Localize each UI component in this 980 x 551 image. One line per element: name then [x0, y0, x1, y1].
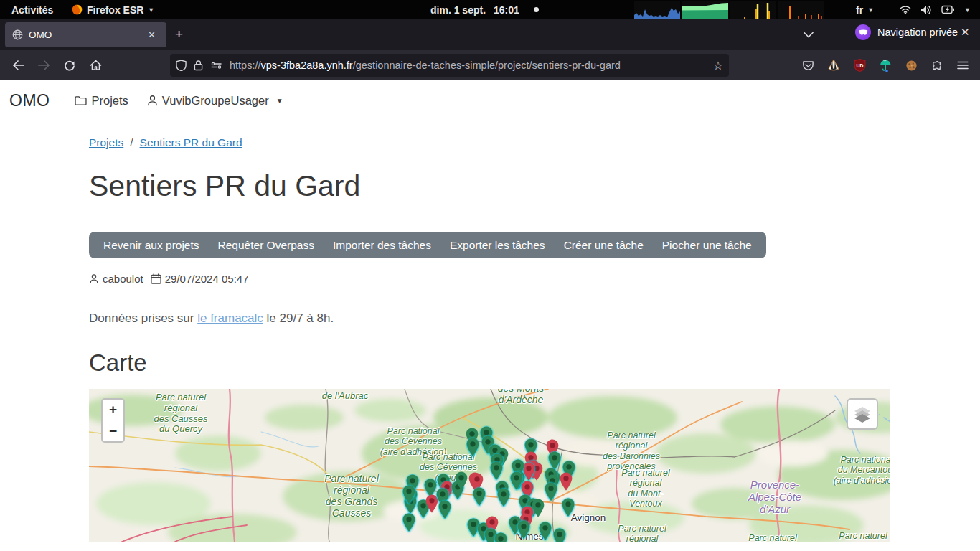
- project-meta: caboulot 29/07/2024 05:47: [89, 273, 890, 285]
- user-menu-caret-icon: ▼: [276, 97, 283, 105]
- home-button[interactable]: [84, 54, 107, 77]
- extensions-puzzle-icon[interactable]: [925, 54, 948, 77]
- web-page: OMO Projets VuvibGroupeUsager ▼ Projets/…: [0, 80, 980, 551]
- privacy-badger-icon[interactable]: [822, 54, 845, 77]
- keyboard-layout-button[interactable]: fr ▼: [856, 0, 874, 19]
- breadcrumb-current-link[interactable]: Sentiers PR du Gard: [140, 136, 242, 149]
- park-label: Parc naturelrégionaldes GrandsCausses: [324, 474, 378, 519]
- tab-title: OMO: [29, 29, 144, 40]
- map-marker-green[interactable]: [438, 500, 452, 519]
- system-menu-caret-icon: ▼: [964, 6, 971, 14]
- zoom-in-button[interactable]: +: [103, 400, 123, 420]
- park-label: Parc nationaldu Mercantour(aire d'adhési…: [834, 455, 890, 486]
- map-zoom-control: + −: [101, 398, 125, 443]
- chevron-down-icon: [804, 32, 814, 38]
- url-text[interactable]: https://vps-3fba2a8a.ynh.fr/gestionnaire…: [230, 60, 707, 71]
- map-marker-red[interactable]: [560, 472, 573, 491]
- map-marker-green[interactable]: [473, 487, 486, 507]
- clock-button[interactable]: dim. 1 sept. 16:01: [430, 0, 539, 19]
- window-close-button[interactable]: ✕: [961, 26, 970, 39]
- menu-hamburger-icon[interactable]: [951, 54, 974, 77]
- map-marker-green[interactable]: [553, 528, 567, 542]
- clock-date: dim. 1 sept.: [430, 4, 486, 16]
- notification-dot: [534, 7, 539, 12]
- map-marker-green[interactable]: [545, 482, 558, 501]
- site-navbar: OMO Projets VuvibGroupeUsager ▼: [0, 80, 980, 121]
- ublock-ud-shield-icon[interactable]: UD: [848, 54, 871, 77]
- map-marker-green[interactable]: [497, 488, 511, 507]
- gnome-top-bar: Activités Firefox ESR ▼ dim. 1 sept. 16:…: [0, 0, 980, 19]
- clock-time: 16:01: [494, 4, 519, 16]
- url-scheme: https://: [230, 60, 261, 71]
- map-marker-green[interactable]: [455, 471, 468, 491]
- park-label: Parc naturelrégional: [618, 524, 666, 542]
- keyboard-layout-caret-icon: ▼: [867, 6, 874, 14]
- system-monitor-applet[interactable]: [634, 1, 824, 19]
- nav-projets[interactable]: Projets: [75, 94, 128, 108]
- memory-graph: [682, 1, 728, 19]
- action-button-requeter-overpass[interactable]: Requêter Overpass: [209, 232, 324, 258]
- activities-button[interactable]: Activités: [11, 0, 53, 19]
- bookmark-star-icon[interactable]: ☆: [713, 59, 723, 72]
- url-bar[interactable]: https://vps-3fba2a8a.ynh.fr/gestionnaire…: [170, 54, 729, 77]
- new-tab-button[interactable]: +: [175, 27, 183, 41]
- author-person-icon: [89, 273, 99, 284]
- map-marker-green[interactable]: [539, 522, 552, 541]
- system-status-area[interactable]: ▼: [900, 0, 971, 19]
- note-suffix: le 29/7 à 8h.: [263, 311, 334, 325]
- firefox-nav-toolbar: https://vps-3fba2a8a.ynh.fr/gestionnaire…: [0, 50, 980, 80]
- tracking-protection-shield-icon[interactable]: [176, 60, 187, 71]
- battery-charging-icon: [941, 5, 955, 14]
- author-name: caboulot: [103, 273, 143, 285]
- volume-icon: [920, 5, 932, 15]
- data-note: Données prises sur le framacalc le 29/7 …: [89, 311, 890, 326]
- action-button-exporter-les-taches[interactable]: Exporter les tâches: [440, 232, 555, 258]
- pocket-icon[interactable]: [796, 54, 819, 77]
- app-menu-label: Firefox ESR: [87, 4, 143, 16]
- leaflet-map[interactable]: Parc naturelrégionaldes Caussesdu Quercy…: [89, 389, 890, 542]
- map-marker-green[interactable]: [494, 532, 508, 542]
- reload-button[interactable]: [58, 54, 81, 77]
- action-button-piocher-une-tache[interactable]: Piocher une tâche: [653, 232, 761, 258]
- list-all-tabs-button[interactable]: [804, 28, 814, 41]
- nav-user-label: VuvibGroupeUsager: [162, 94, 269, 108]
- umbrella-extension-icon[interactable]: [874, 54, 897, 77]
- app-menu-button[interactable]: Firefox ESR ▼: [72, 0, 154, 19]
- breadcrumb: Projets/Sentiers PR du Gard: [89, 136, 890, 149]
- forward-button[interactable]: [32, 54, 55, 77]
- lock-icon[interactable]: [194, 60, 203, 71]
- firefox-tab-bar: OMO ✕ + Navigation privée ✕: [0, 19, 980, 50]
- park-label: de l'Aubrac: [322, 391, 369, 402]
- framacalc-link[interactable]: le framacalc: [197, 311, 263, 325]
- map-heading: Carte: [89, 349, 890, 377]
- activities-label: Activités: [11, 4, 53, 16]
- park-label: Provence-Alpes-Côted'Azur: [748, 479, 801, 515]
- map-marker-green[interactable]: [562, 498, 575, 517]
- park-label: Parc naturel: [839, 531, 887, 541]
- action-button-revenir-aux-projets[interactable]: Revenir aux projets: [94, 232, 209, 258]
- action-button-importer-des-taches[interactable]: Importer des tâches: [324, 232, 440, 258]
- back-button[interactable]: [6, 54, 29, 77]
- map-marker-green[interactable]: [402, 513, 416, 532]
- brand-omo[interactable]: OMO: [9, 91, 50, 110]
- map-layers-button[interactable]: [847, 398, 878, 430]
- svg-text:UD: UD: [856, 63, 863, 68]
- wifi-icon: [900, 5, 911, 14]
- url-path: /gestionnaire-de-taches-simple/project/s…: [353, 60, 621, 71]
- breadcrumb-projets-link[interactable]: Projets: [89, 136, 123, 149]
- site-permissions-icon[interactable]: [210, 61, 222, 70]
- zoom-out-button[interactable]: −: [103, 420, 123, 441]
- nav-user-menu[interactable]: VuvibGroupeUsager ▼: [147, 94, 283, 108]
- cookie-extension-icon[interactable]: [900, 54, 923, 77]
- cpu-graph: [634, 1, 680, 19]
- park-label: Parc naturelrégionaldu Mont-Ventoux: [621, 468, 669, 509]
- screen: Activités Firefox ESR ▼ dim. 1 sept. 16:…: [0, 0, 980, 551]
- map-marker-green[interactable]: [517, 520, 531, 540]
- tab-close-button[interactable]: ✕: [144, 28, 159, 42]
- map-marker-green[interactable]: [402, 485, 416, 504]
- tab-omo[interactable]: OMO ✕: [5, 22, 166, 47]
- map-marker-green[interactable]: [490, 461, 504, 481]
- app-menu-caret-icon: ▼: [148, 6, 154, 14]
- map-marker-green[interactable]: [466, 438, 480, 457]
- action-button-creer-une-tache[interactable]: Créer une tâche: [555, 232, 653, 258]
